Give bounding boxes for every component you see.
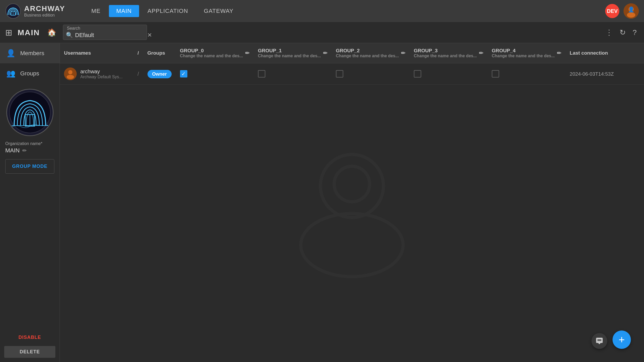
members-label: Members — [20, 50, 44, 57]
second-bar-right: ⋮ ↻ ? — [603, 26, 639, 39]
grid-icon: ⊞ — [5, 28, 12, 38]
disable-button[interactable]: DISABLE — [4, 332, 55, 343]
org-name-label: Organization name* — [5, 141, 54, 146]
col-header-usernames: Usernames — [60, 43, 133, 63]
logo-area: ARCHWAY Business edition — [5, 3, 79, 19]
search-input-row: 🔍 ✕ — [63, 31, 147, 40]
search-clear-icon[interactable]: ✕ — [147, 32, 152, 39]
org-section: Organization name* MAIN ✏ GROUP MODE — [0, 84, 60, 179]
svg-text:👤: 👤 — [628, 6, 635, 13]
group4-cell[interactable] — [488, 63, 566, 85]
org-name-row: MAIN ✏ — [5, 147, 54, 154]
svg-point-11 — [320, 154, 383, 218]
col-header-group3: GROUP_3 Change the name and the des... ✏ — [410, 43, 488, 63]
group2-cell[interactable] — [332, 63, 410, 85]
group3-edit-icon[interactable]: ✏ — [479, 50, 483, 56]
group2-checkbox[interactable] — [336, 70, 343, 77]
group0-cell[interactable]: ✓ — [176, 63, 254, 85]
group1-cell[interactable] — [254, 63, 332, 85]
group3-checkbox[interactable] — [414, 70, 421, 77]
groups-label: Groups — [20, 70, 39, 77]
svg-point-12 — [334, 166, 370, 202]
delete-button[interactable]: DELETE — [4, 346, 55, 358]
role-cell: Owner — [143, 63, 176, 85]
table-row: archway Archway Default Sys... / Owner ✓ — [60, 63, 644, 85]
help-icon[interactable]: ? — [630, 26, 639, 39]
members-table: Usernames / Groups GROUP_0 Change the na… — [60, 43, 644, 85]
col-header-group0: GROUP_0 Change the name and the des... ✏ — [176, 43, 254, 63]
row-avatar — [64, 68, 77, 80]
group0-checkbox[interactable]: ✓ — [180, 70, 187, 77]
sidebar-item-members[interactable]: 👤 Members — [0, 43, 60, 63]
col-header-group1: GROUP_1 Change the name and the des... ✏ — [254, 43, 332, 63]
group4-edit-icon[interactable]: ✏ — [557, 50, 561, 56]
search-icon: 🔍 — [66, 32, 73, 39]
svg-point-13 — [301, 214, 403, 277]
sidebar: 👤 Members 👥 Groups — [0, 43, 60, 362]
main-heading: MAIN — [18, 28, 40, 37]
chat-fab[interactable] — [592, 333, 607, 349]
groups-icon: 👥 — [6, 69, 15, 78]
table-area: Usernames / Groups GROUP_0 Change the na… — [60, 43, 644, 362]
group2-edit-icon[interactable]: ✏ — [401, 50, 405, 56]
last-connection-cell: 2024-06-03T14:53Z — [566, 63, 644, 85]
user-cell: archway Archway Default Sys... — [60, 63, 133, 85]
svg-point-5 — [627, 12, 635, 18]
col-header-group2: GROUP_2 Change the name and the des... ✏ — [332, 43, 410, 63]
add-fab[interactable]: + — [613, 330, 631, 349]
nav-main[interactable]: MAIN — [109, 5, 139, 17]
search-input[interactable] — [75, 32, 147, 39]
top-nav: ARCHWAY Business edition ME MAIN APPLICA… — [0, 0, 644, 22]
col-header-groups: Groups — [143, 43, 176, 63]
sidebar-item-groups[interactable]: 👥 Groups — [0, 63, 60, 84]
user-info: archway Archway Default Sys... — [80, 69, 123, 79]
refresh-icon[interactable]: ↻ — [617, 26, 628, 39]
app-subtitle: Business edition — [24, 13, 65, 18]
nav-me[interactable]: ME — [84, 5, 108, 17]
group-mode-button[interactable]: GROUP MODE — [5, 159, 54, 174]
org-name-edit-icon[interactable]: ✏ — [22, 147, 27, 154]
group1-edit-icon[interactable]: ✏ — [323, 50, 328, 56]
members-icon: 👤 — [6, 49, 15, 58]
sidebar-bottom: DISABLE DELETE — [0, 327, 60, 362]
dev-badge[interactable]: DEV — [605, 4, 619, 18]
org-logo — [6, 89, 54, 136]
group1-checkbox[interactable] — [258, 70, 265, 77]
svg-point-0 — [6, 4, 20, 18]
more-icon[interactable]: ⋮ — [603, 26, 615, 39]
svg-point-15 — [68, 70, 72, 74]
owner-badge: Owner — [147, 70, 172, 78]
user-avatar[interactable]: 👤 — [624, 3, 639, 19]
last-connection-value: 2024-06-03T14:53Z — [570, 71, 614, 77]
nav-items: ME MAIN APPLICATION GATEWAY — [84, 5, 241, 17]
col-header-group4: GROUP_4 Change the name and the des... ✏ — [488, 43, 566, 63]
org-name: MAIN — [5, 147, 20, 154]
second-bar: ⊞ MAIN 🏠 👤 ◀ Search 🔍 ✕ ⋮ ↻ ? — [0, 22, 644, 43]
group0-edit-icon[interactable]: ✏ — [245, 50, 250, 56]
home-icon[interactable]: 🏠 — [45, 26, 59, 39]
main-content: 👤 Members 👥 Groups — [0, 43, 644, 362]
logo-icon — [5, 3, 21, 19]
svg-point-16 — [67, 75, 74, 79]
logo-text: ARCHWAY Business edition — [24, 4, 65, 18]
user-name: archway — [80, 69, 123, 75]
col-header-last-connection: Last connection — [566, 43, 644, 63]
top-right: DEV 👤 — [605, 3, 639, 19]
search-box: Search 🔍 ✕ — [63, 25, 147, 40]
nav-application[interactable]: APPLICATION — [140, 5, 196, 17]
app-title: ARCHWAY — [24, 4, 65, 13]
group3-cell[interactable] — [410, 63, 488, 85]
col-header-slash: / — [133, 43, 143, 63]
search-label: Search — [63, 25, 147, 31]
watermark — [273, 123, 431, 282]
nav-gateway[interactable]: GATEWAY — [197, 5, 241, 17]
user-subtext: Archway Default Sys... — [80, 75, 123, 79]
slash-cell: / — [133, 63, 143, 85]
group4-checkbox[interactable] — [492, 70, 499, 77]
